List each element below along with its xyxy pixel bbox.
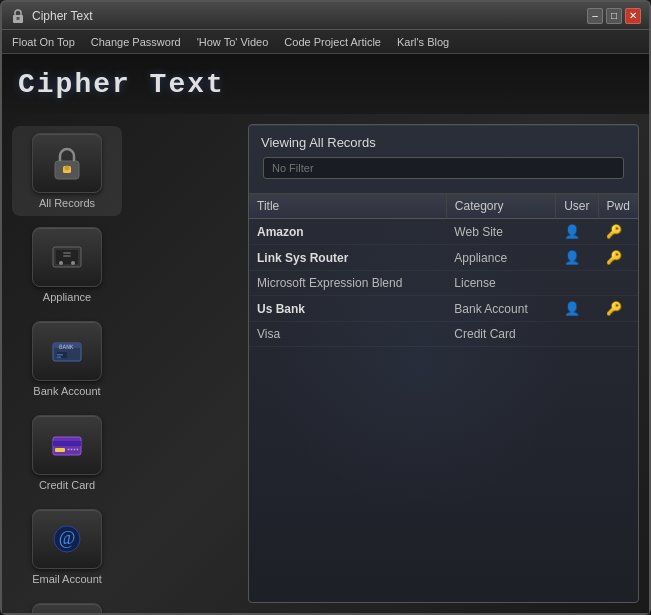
table-row[interactable]: Us BankBank Account👤🔑 (249, 296, 638, 322)
record-title: Link Sys Router (249, 245, 446, 271)
record-title: Visa (249, 322, 446, 347)
menu-bar: Float On Top Change Password 'How To' Vi… (2, 30, 649, 54)
credit-card-label: Credit Card (39, 479, 95, 491)
appliance-icon-box (32, 227, 102, 287)
table-header-row: Title Category User Pwd (249, 194, 638, 219)
filter-input[interactable] (263, 157, 624, 179)
svg-rect-18 (53, 441, 81, 446)
key-icon: 🔑 (606, 224, 622, 239)
svg-text:****: **** (67, 447, 79, 453)
record-pwd: 🔑 (598, 219, 638, 245)
record-category: Web Site (446, 219, 555, 245)
sidebar-item-email-account[interactable]: @ Email Account (12, 502, 122, 592)
bank-icon: BANK (49, 333, 85, 369)
record-pwd (598, 271, 638, 296)
table-container[interactable]: Title Category User Pwd AmazonWeb Site👤🔑… (249, 194, 638, 602)
record-title: Amazon (249, 219, 446, 245)
main-window: Cipher Text – □ ✕ Float On Top Change Pa… (0, 0, 651, 615)
svg-text:@: @ (59, 528, 76, 548)
credit-card-icon: **** (49, 427, 85, 463)
email-account-icon-box: @ (32, 509, 102, 569)
record-title: Us Bank (249, 296, 446, 322)
svg-rect-9 (63, 252, 71, 254)
sidebar-item-bank-account[interactable]: BANK Bank Account (12, 314, 122, 404)
record-category: Bank Account (446, 296, 555, 322)
record-category: Credit Card (446, 322, 555, 347)
record-category: Appliance (446, 245, 555, 271)
col-pwd[interactable]: Pwd (598, 194, 638, 219)
email-icon: @ (49, 521, 85, 557)
table-row[interactable]: Link Sys RouterAppliance👤🔑 (249, 245, 638, 271)
appliance-label: Appliance (43, 291, 91, 303)
lock-icon (49, 145, 85, 181)
svg-rect-19 (55, 448, 65, 452)
svg-point-4 (65, 166, 70, 171)
sidebar: All Records Appliance (2, 114, 242, 613)
title-bar-buttons: – □ ✕ (587, 8, 641, 24)
maximize-button[interactable]: □ (606, 8, 622, 24)
appliance-icon (49, 239, 85, 275)
person-icon: 👤 (564, 224, 580, 239)
menu-item-karls-blog[interactable]: Karl's Blog (397, 36, 449, 48)
records-table: Title Category User Pwd AmazonWeb Site👤🔑… (249, 194, 638, 347)
col-title[interactable]: Title (249, 194, 446, 219)
record-user: 👤 (556, 219, 598, 245)
svg-point-7 (59, 261, 63, 265)
record-pwd: 🔑 (598, 245, 638, 271)
table-row[interactable]: Microsoft Expression BlendLicense (249, 271, 638, 296)
person-icon: 👤 (564, 250, 580, 265)
menu-item-change-password[interactable]: Change Password (91, 36, 181, 48)
table-row[interactable]: VisaCredit Card (249, 322, 638, 347)
sidebar-item-firewall[interactable]: Firewall (12, 596, 122, 613)
app-title: Cipher Text (18, 69, 225, 100)
panel-header: Viewing All Records (249, 125, 638, 194)
svg-text:BANK: BANK (59, 343, 74, 350)
menu-item-float-on-top[interactable]: Float On Top (12, 36, 75, 48)
title-bar-text: Cipher Text (32, 9, 587, 23)
record-pwd: 🔑 (598, 296, 638, 322)
all-records-icon-box (32, 133, 102, 193)
table-row[interactable]: AmazonWeb Site👤🔑 (249, 219, 638, 245)
panel-title: Viewing All Records (261, 135, 376, 150)
firewall-icon-box (32, 603, 102, 613)
svg-rect-1 (17, 17, 20, 20)
record-user (556, 271, 598, 296)
title-bar: Cipher Text – □ ✕ (2, 2, 649, 30)
app-header: Cipher Text (2, 54, 649, 114)
record-user: 👤 (556, 245, 598, 271)
sidebar-item-appliance[interactable]: Appliance (12, 220, 122, 310)
record-title: Microsoft Expression Blend (249, 271, 446, 296)
right-panel: Viewing All Records Title Category User … (242, 114, 649, 613)
sidebar-item-credit-card[interactable]: **** Credit Card (12, 408, 122, 498)
sidebar-item-all-records[interactable]: All Records (12, 126, 122, 216)
title-bar-icon (10, 8, 26, 24)
record-user (556, 322, 598, 347)
bank-account-icon-box: BANK (32, 321, 102, 381)
svg-rect-15 (57, 354, 63, 356)
close-button[interactable]: ✕ (625, 8, 641, 24)
col-user[interactable]: User (556, 194, 598, 219)
svg-point-8 (71, 261, 75, 265)
main-content: All Records Appliance (2, 114, 649, 613)
menu-item-how-to-video[interactable]: 'How To' Video (197, 36, 269, 48)
credit-card-icon-box: **** (32, 415, 102, 475)
all-records-label: All Records (39, 197, 95, 209)
person-icon: 👤 (564, 301, 580, 316)
email-account-label: Email Account (32, 573, 102, 585)
key-icon: 🔑 (606, 250, 622, 265)
menu-item-code-project[interactable]: Code Project Article (284, 36, 381, 48)
records-panel: Viewing All Records Title Category User … (248, 124, 639, 603)
record-user: 👤 (556, 296, 598, 322)
col-category[interactable]: Category (446, 194, 555, 219)
key-icon: 🔑 (606, 301, 622, 316)
bank-account-label: Bank Account (33, 385, 100, 397)
svg-rect-10 (63, 255, 71, 257)
record-category: License (446, 271, 555, 296)
record-pwd (598, 322, 638, 347)
minimize-button[interactable]: – (587, 8, 603, 24)
svg-rect-16 (57, 357, 61, 359)
